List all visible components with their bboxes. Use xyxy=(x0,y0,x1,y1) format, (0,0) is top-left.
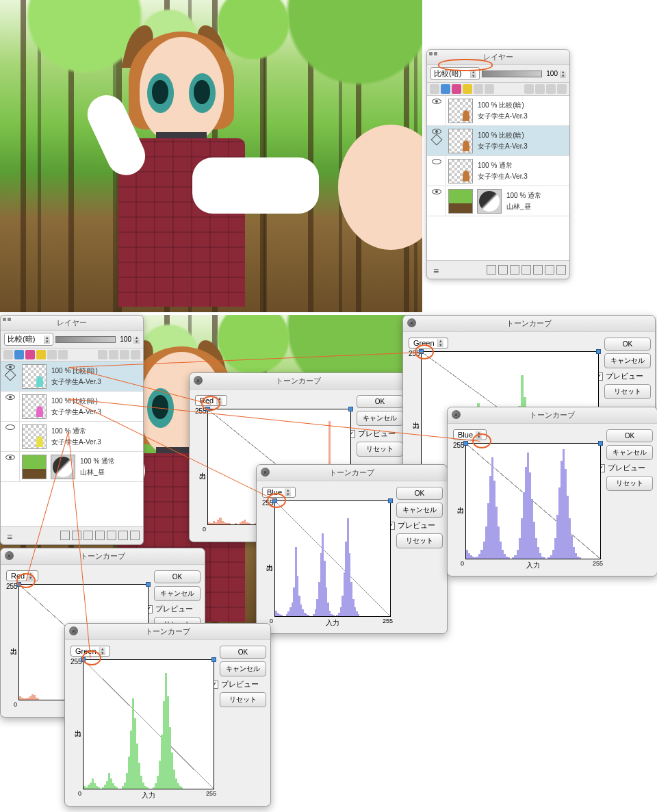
visibility-icon[interactable] xyxy=(5,455,15,460)
axis-max: 255 xyxy=(383,618,393,624)
x-axis-label: 入力 xyxy=(274,618,391,628)
visibility-icon[interactable] xyxy=(432,189,441,194)
axis-min: 0 xyxy=(14,701,17,708)
toolbar-icon[interactable] xyxy=(546,84,556,94)
dialog-title: ×トーンカーブ xyxy=(257,465,447,481)
curve-graph[interactable]: 出力0255 xyxy=(274,500,391,617)
layer-thumbnail xyxy=(448,189,473,214)
axis-min: 0 xyxy=(78,790,81,797)
layer-name: 女子学生A-Ver.3 xyxy=(478,112,567,121)
layer-thumbnail xyxy=(22,394,47,419)
blend-mode-select[interactable]: 比較(暗) xyxy=(4,333,53,346)
toolbar-icon[interactable] xyxy=(452,84,461,94)
close-icon[interactable]: × xyxy=(452,410,461,419)
layer-row[interactable]: 100 % 通常女子学生A-Ver.3 xyxy=(427,156,569,186)
toolbar-icon[interactable] xyxy=(535,84,545,94)
edit-icon xyxy=(430,134,442,146)
toolbar-icon[interactable] xyxy=(524,84,534,94)
layer-mode: 100 % 比較(暗) xyxy=(51,396,140,406)
reset-button[interactable]: リセット xyxy=(606,476,653,491)
reset-button[interactable]: リセット xyxy=(220,692,266,707)
layer-name: 山林_昼 xyxy=(506,202,567,212)
layer-name: 女子学生A-Ver.3 xyxy=(51,437,140,447)
opacity-stepper[interactable] xyxy=(133,335,140,344)
axis-min: 0 xyxy=(461,560,464,567)
ok-button[interactable]: OK xyxy=(604,338,651,351)
layer-row[interactable]: 100 % 比較(暗)女子学生A-Ver.3 xyxy=(1,392,143,422)
close-icon[interactable]: × xyxy=(261,468,270,477)
dialog-title: ×トーンカーブ xyxy=(190,373,407,390)
cancel-button[interactable]: キャンセル xyxy=(606,445,653,460)
opacity-slider[interactable] xyxy=(55,336,116,343)
layer-row[interactable]: 100 % 比較(暗)女子学生A-Ver.3 xyxy=(427,126,569,156)
cancel-button[interactable]: キャンセル xyxy=(396,503,443,518)
close-icon[interactable]: × xyxy=(407,318,416,327)
cancel-button[interactable]: キャンセル xyxy=(154,586,201,601)
toolbar-icon[interactable] xyxy=(441,84,450,94)
cancel-button[interactable]: キャンセル xyxy=(357,411,403,426)
cancel-button[interactable]: キャンセル xyxy=(220,661,266,676)
close-icon[interactable]: × xyxy=(194,376,203,385)
layer-mode: 100 % 通常 xyxy=(80,457,140,466)
visibility-icon[interactable] xyxy=(432,99,441,104)
layer-mode: 100 % 通常 xyxy=(506,191,567,201)
layer-up-icon[interactable] xyxy=(521,265,531,275)
reset-button[interactable]: リセット xyxy=(396,533,443,548)
channel-select[interactable]: Green xyxy=(70,646,110,657)
curve-graph[interactable]: 出力0255 xyxy=(465,443,601,559)
layer-thumbnail xyxy=(448,159,473,183)
opacity-value: 100 xyxy=(544,70,558,77)
character xyxy=(76,31,287,312)
visibility-icon[interactable] xyxy=(5,394,15,400)
layer-row[interactable]: 100 % 通常山林_昼 xyxy=(427,186,569,216)
layer-mode: 100 % 通常 xyxy=(51,427,140,436)
ok-button[interactable]: OK xyxy=(220,646,266,659)
close-icon[interactable]: × xyxy=(69,626,78,635)
channel-select[interactable]: Blue xyxy=(453,429,487,440)
panel-title: レイヤー xyxy=(1,316,143,331)
tone-curve-dialog: ×トーンカーブBlue255出力0255入力OKキャンセル✓プレビューリセット xyxy=(256,464,448,634)
blend-mode-select[interactable]: 比較(暗) xyxy=(430,67,480,80)
new-folder-icon[interactable] xyxy=(498,265,508,275)
axis-min: 0 xyxy=(203,526,206,533)
layer-row[interactable]: 100 % 通常山林_昼 xyxy=(1,452,143,482)
channel-select[interactable]: Green xyxy=(409,338,448,348)
channel-select[interactable]: Blue xyxy=(262,487,296,498)
ok-button[interactable]: OK xyxy=(606,429,653,442)
channel-select[interactable]: Red xyxy=(6,570,38,581)
axis-min: 0 xyxy=(270,618,273,624)
trash-icon[interactable] xyxy=(556,265,566,275)
layer-down-icon[interactable] xyxy=(533,265,543,275)
layer-panel-top: レイヤー 比較(暗) 100 100 % 比較(暗)女子学生A-Ver.3100… xyxy=(426,49,570,279)
toolbar-icon[interactable] xyxy=(485,84,494,94)
cancel-button[interactable]: キャンセル xyxy=(604,353,651,368)
stack-icon[interactable] xyxy=(433,266,444,274)
merge-icon[interactable] xyxy=(545,265,554,275)
layer-row[interactable]: 100 % 比較(暗)女子学生A-Ver.3 xyxy=(427,96,569,126)
toolbar-icon[interactable] xyxy=(557,84,567,94)
ok-button[interactable]: OK xyxy=(396,487,443,500)
layer-thumbnail xyxy=(22,364,47,389)
toolbar-icon[interactable] xyxy=(474,84,483,94)
visibility-icon[interactable] xyxy=(432,159,441,164)
layer-name: 女子学生A-Ver.3 xyxy=(478,142,567,151)
reset-button[interactable]: リセット xyxy=(357,442,403,457)
layer-row[interactable]: 100 % 通常女子学生A-Ver.3 xyxy=(1,422,143,452)
opacity-stepper[interactable] xyxy=(560,70,566,78)
close-icon[interactable]: × xyxy=(5,551,14,560)
layer-name: 女子学生A-Ver.3 xyxy=(51,407,140,417)
ok-button[interactable]: OK xyxy=(357,395,403,408)
toolbar-icon[interactable] xyxy=(463,84,472,94)
visibility-icon[interactable] xyxy=(5,424,15,430)
new-layer-icon[interactable] xyxy=(487,265,496,275)
layer-row[interactable]: 100 % 比較(暗)女子学生A-Ver.3 xyxy=(1,361,143,392)
ok-button[interactable]: OK xyxy=(154,570,201,583)
toolbar-icon[interactable] xyxy=(430,84,439,94)
tone-curve-dialog: ×トーンカーブBlue255出力0255入力OKキャンセル✓プレビューリセット xyxy=(447,407,657,576)
layer-thumbnail xyxy=(22,424,47,449)
curve-graph[interactable]: 出力0255 xyxy=(83,659,214,789)
channel-select[interactable]: Red xyxy=(195,395,227,406)
dup-layer-icon[interactable] xyxy=(510,265,519,275)
opacity-slider[interactable] xyxy=(482,71,542,77)
reset-button[interactable]: リセット xyxy=(604,384,651,399)
